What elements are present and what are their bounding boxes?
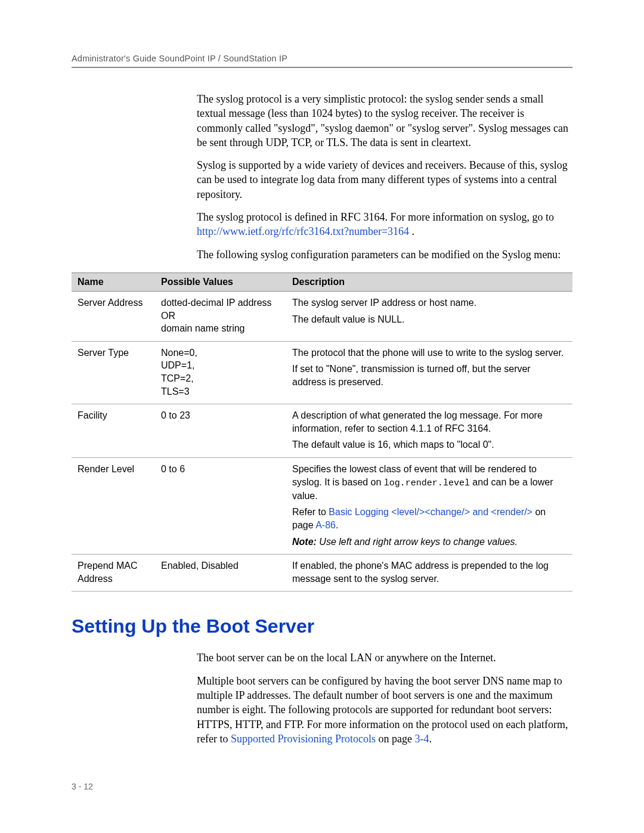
cell-desc: A description of what generated the log …: [286, 404, 572, 458]
cell-vals: 0 to 23: [155, 404, 286, 458]
syslog-params-table: Name Possible Values Description Server …: [72, 272, 572, 592]
val-line: dotted-decimal IP address: [161, 298, 272, 308]
val-line: TCP=2,: [161, 373, 194, 383]
table-row: Server Address dotted-decimal IP address…: [72, 291, 572, 341]
val-line: 0 to 23: [161, 410, 190, 420]
cell-desc: The syslog server IP address or host nam…: [286, 291, 572, 341]
cell-name: Render Level: [72, 457, 155, 554]
th-desc: Description: [286, 272, 572, 291]
val-line: 0 to 6: [161, 464, 185, 474]
table-row: Facility 0 to 23 A description of what g…: [72, 404, 572, 458]
boot-para-1: The boot server can be on the local LAN …: [197, 651, 572, 665]
text-span: Refer to: [292, 507, 329, 517]
table-header-row: Name Possible Values Description: [72, 272, 572, 291]
intro-para-1: The syslog protocol is a very simplistic…: [197, 92, 572, 150]
provisioning-protocols-link[interactable]: Supported Provisioning Protocols: [231, 733, 376, 745]
cell-vals: Enabled, Disabled: [155, 555, 286, 592]
header-rule: [72, 67, 572, 68]
intro-para-3b: .: [409, 225, 414, 237]
table-row: Render Level 0 to 6 Specifies the lowest…: [72, 457, 572, 554]
intro-para-2: Syslog is supported by a wide variety of…: [197, 158, 572, 202]
running-header: Administrator's Guide SoundPoint IP / So…: [72, 54, 572, 63]
desc-line: The protocol that the phone will use to …: [292, 346, 566, 360]
desc-line: A description of what generated the log …: [292, 409, 566, 435]
page: Administrator's Guide SoundPoint IP / So…: [0, 0, 644, 833]
cell-desc: Specifies the lowest class of event that…: [286, 457, 572, 554]
cell-vals: dotted-decimal IP address OR domain name…: [155, 291, 286, 341]
text-span: on page: [376, 733, 414, 745]
val-line: domain name string: [161, 323, 245, 333]
rfc-link[interactable]: http://www.ietf.org/rfc/rfc3164.txt?numb…: [197, 225, 409, 237]
intro-para-3a: The syslog protocol is defined in RFC 31…: [197, 211, 554, 223]
body-column-2: The boot server can be on the local LAN …: [197, 651, 572, 746]
val-line: TLS=3: [161, 386, 190, 397]
body-column: The syslog protocol is a very simplistic…: [197, 92, 572, 262]
section-heading-boot-server: Setting Up the Boot Server: [72, 615, 572, 637]
text-span: .: [336, 520, 338, 530]
page-number: 3 - 12: [72, 782, 93, 791]
page-ref-link[interactable]: 3-4: [414, 733, 429, 745]
note-label: Note:: [292, 537, 317, 547]
val-line: Enabled, Disabled: [161, 561, 239, 571]
cell-name: Prepend MAC Address: [72, 555, 155, 592]
desc-line: The default value is 16, which maps to "…: [292, 438, 566, 451]
boot-para-2: Multiple boot servers can be configured …: [197, 674, 572, 746]
desc-note: Note: Use left and right arrow keys to c…: [292, 535, 566, 549]
cell-name: Server Address: [72, 291, 155, 341]
page-ref-link[interactable]: A-86: [315, 520, 336, 530]
desc-line: If enabled, the phone's MAC address is p…: [292, 559, 566, 585]
val-line: UDP=1,: [161, 360, 194, 370]
cell-name: Server Type: [72, 341, 155, 404]
val-line: OR: [161, 311, 175, 321]
note-text: Use left and right arrow keys to change …: [317, 537, 518, 547]
desc-line: Refer to Basic Logging <level/><change/>…: [292, 506, 566, 531]
table-row: Server Type None=0, UDP=1, TCP=2, TLS=3 …: [72, 341, 572, 404]
desc-line: The syslog server IP address or host nam…: [292, 296, 566, 309]
desc-line: Specifies the lowest class of event that…: [292, 463, 566, 502]
th-name: Name: [72, 272, 155, 291]
cell-desc: If enabled, the phone's MAC address is p…: [286, 555, 572, 592]
val-line: None=0,: [161, 348, 197, 358]
th-vals: Possible Values: [155, 272, 286, 291]
text-span: .: [429, 733, 432, 745]
intro-para-4: The following syslog configuration param…: [197, 247, 572, 262]
desc-line: If set to "None", transmission is turned…: [292, 363, 566, 388]
cell-vals: 0 to 6: [155, 457, 286, 554]
intro-para-3: The syslog protocol is defined in RFC 31…: [197, 210, 572, 239]
cell-vals: None=0, UDP=1, TCP=2, TLS=3: [155, 341, 286, 404]
basic-logging-link[interactable]: Basic Logging <level/><change/> and <ren…: [329, 507, 532, 517]
cell-name: Facility: [72, 404, 155, 458]
mono-span: log.render.level: [384, 478, 470, 488]
desc-line: The default value is NULL.: [292, 313, 566, 326]
table-row: Prepend MAC Address Enabled, Disabled If…: [72, 555, 572, 592]
cell-desc: The protocol that the phone will use to …: [286, 341, 572, 404]
